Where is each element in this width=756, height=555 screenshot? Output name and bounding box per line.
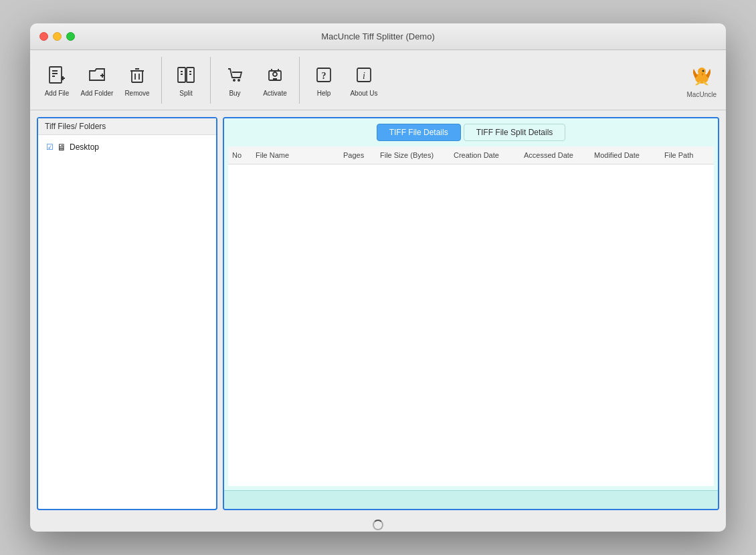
col-creation: Creation Date: [450, 150, 520, 160]
main-window: MacUncle Tiff Splitter (Demo) Add File: [30, 23, 726, 532]
remove-button[interactable]: Remove: [117, 53, 157, 107]
close-button[interactable]: [39, 32, 48, 41]
svg-text:?: ?: [322, 71, 326, 81]
svg-rect-8: [132, 71, 143, 82]
tab-split-details[interactable]: TIFF File Split Details: [464, 124, 566, 141]
help-icon: ?: [312, 63, 336, 87]
table-body: [228, 164, 714, 486]
window-title: MacUncle Tiff Splitter (Demo): [321, 31, 435, 41]
tree-area: ☑ 🖥 Desktop: [38, 135, 216, 509]
svg-rect-14: [187, 68, 194, 82]
about-icon: i: [352, 63, 376, 87]
monitor-icon: 🖥: [57, 142, 66, 152]
macuncle-logo: [688, 62, 715, 89]
svg-point-22: [273, 72, 277, 76]
col-accessed: Accessed Date: [520, 150, 590, 160]
status-bar: [224, 490, 718, 509]
left-panel-header: Tiff Files/ Folders: [38, 118, 216, 135]
add-folder-icon: [85, 63, 109, 87]
col-path: File Path: [660, 150, 714, 160]
buy-label: Buy: [229, 90, 240, 97]
split-icon: [174, 63, 198, 87]
col-modified: Modified Date: [590, 150, 660, 160]
macuncle-label: MacUncle: [687, 91, 717, 98]
checkbox-icon: ☑: [46, 142, 54, 152]
svg-text:i: i: [363, 71, 365, 81]
col-filename: File Name: [252, 150, 339, 160]
sep1: [161, 57, 162, 104]
col-size: File Size (Bytes): [376, 150, 450, 160]
add-file-icon: [45, 63, 69, 87]
desktop-label: Desktop: [70, 142, 99, 152]
about-button[interactable]: i About Us: [344, 53, 384, 107]
minimize-button[interactable]: [53, 32, 62, 41]
add-file-button[interactable]: Add File: [37, 53, 77, 107]
maximize-button[interactable]: [66, 32, 75, 41]
sep3: [299, 57, 300, 104]
add-folder-button[interactable]: Add Folder: [77, 53, 117, 107]
help-label: Help: [317, 90, 331, 97]
buy-icon: [223, 63, 247, 87]
add-folder-label: Add Folder: [81, 90, 114, 97]
svg-rect-13: [178, 68, 185, 82]
col-no: No: [228, 150, 252, 160]
activate-button[interactable]: Activate: [255, 53, 295, 107]
desktop-tree-item[interactable]: ☑ 🖥 Desktop: [43, 140, 211, 154]
svg-point-20: [238, 79, 240, 82]
window-controls: [39, 32, 75, 41]
col-pages: Pages: [339, 150, 376, 160]
title-bar: MacUncle Tiff Splitter (Demo): [30, 23, 726, 50]
svg-point-32: [702, 70, 704, 72]
loading-area: [30, 518, 726, 532]
split-button[interactable]: Split: [166, 53, 206, 107]
left-panel: Tiff Files/ Folders ☑ 🖥 Desktop: [37, 117, 217, 510]
sep2: [210, 57, 211, 104]
tab-file-details[interactable]: TIFF File Details: [377, 124, 461, 141]
toolbar: Add File Add Folder: [30, 50, 726, 110]
file-table: No File Name Pages File Size (Bytes) Cre…: [228, 146, 714, 486]
activate-icon: [263, 63, 287, 87]
activate-label: Activate: [263, 90, 287, 97]
remove-label: Remove: [124, 90, 149, 97]
help-button[interactable]: ? Help: [304, 53, 344, 107]
tabs-row: TIFF File Details TIFF File Split Detail…: [224, 118, 718, 146]
table-header: No File Name Pages File Size (Bytes) Cre…: [228, 146, 714, 164]
content-area: Tiff Files/ Folders ☑ 🖥 Desktop TIFF Fil…: [30, 110, 726, 517]
toolbar-group: Add File Add Folder: [37, 50, 384, 110]
svg-point-19: [233, 79, 235, 82]
about-label: About Us: [350, 90, 377, 97]
remove-icon: [125, 63, 149, 87]
buy-button[interactable]: Buy: [215, 53, 255, 107]
add-file-label: Add File: [45, 90, 70, 97]
svg-rect-0: [50, 67, 62, 83]
loading-spinner: [373, 520, 383, 530]
right-panel: TIFF File Details TIFF File Split Detail…: [223, 117, 719, 510]
macuncle-logo-area: MacUncle: [687, 62, 717, 98]
split-label: Split: [179, 90, 192, 97]
